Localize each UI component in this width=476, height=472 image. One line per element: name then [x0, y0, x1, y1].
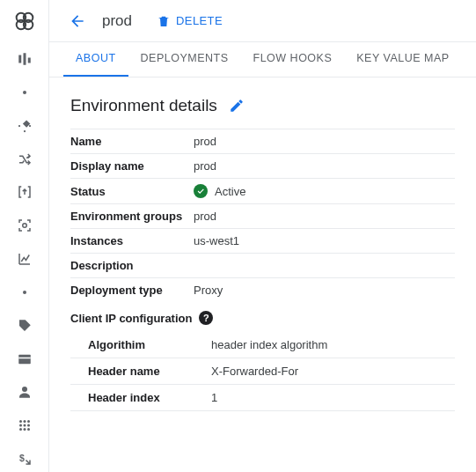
svg-point-21	[19, 428, 22, 431]
svg-rect-12	[18, 354, 31, 364]
row-status: Status Active	[70, 179, 455, 204]
row-header-name: Header name X-Forwarded-For	[70, 358, 455, 385]
nav-shuffle-icon[interactable]	[7, 146, 42, 173]
app-logo	[11, 9, 39, 33]
row-env-groups: Environment groups prod	[70, 204, 455, 229]
delete-button[interactable]: DELETE	[157, 14, 223, 28]
label-header: Header name	[70, 358, 211, 385]
content: Environment details Name prod Display na…	[49, 77, 476, 429]
value-algo: header index algorithm	[211, 332, 455, 358]
nav-brackets-icon[interactable]	[7, 179, 42, 205]
svg-point-15	[19, 420, 22, 423]
delete-label: DELETE	[176, 14, 223, 27]
label-algo: Algorithim	[70, 332, 211, 358]
value-display: prod	[194, 154, 455, 179]
tabs: ABOUT DEPLOYMENTS FLOW HOOKS KEY VALUE M…	[49, 42, 476, 77]
nav-dot-1[interactable]	[7, 79, 42, 106]
svg-point-16	[23, 420, 26, 423]
row-header-index: Header index 1	[70, 385, 455, 411]
label-description: Description	[70, 254, 194, 278]
nav-analytics-icon[interactable]	[7, 246, 42, 272]
svg-point-17	[27, 420, 30, 423]
clientip-heading: Client IP configuration ?	[70, 302, 455, 330]
clientip-title-text: Client IP configuration	[70, 312, 192, 325]
header: prod DELETE	[49, 0, 476, 42]
clientip-table: Algorithim header index algorithm Header…	[70, 332, 455, 411]
section-heading: Environment details	[70, 96, 217, 115]
tab-flow-hooks[interactable]: FLOW HOOKS	[241, 41, 345, 77]
nav-diamond-icon[interactable]	[7, 113, 42, 139]
svg-point-20	[27, 424, 30, 427]
value-deptype: Proxy	[194, 278, 455, 303]
edit-button[interactable]	[226, 95, 247, 116]
back-button[interactable]	[63, 7, 92, 35]
main-area: prod DELETE ABOUT DEPLOYMENTS FLOW HOOKS…	[49, 0, 476, 472]
tab-label: DEPLOYMENTS	[141, 52, 229, 64]
details-table: Name prod Display name prod Status Acti	[70, 129, 455, 302]
svg-point-11	[22, 224, 26, 228]
tab-label: FLOW HOOKS	[253, 52, 333, 64]
sidebar: $	[0, 0, 49, 472]
nav-grid-icon[interactable]	[7, 412, 42, 439]
row-name: Name prod	[70, 129, 455, 154]
value-description	[194, 254, 455, 278]
page-title: prod	[102, 12, 132, 30]
row-display-name: Display name prod	[70, 154, 455, 179]
nav-dashboard-icon[interactable]	[7, 46, 42, 72]
label-instances: Instances	[70, 229, 194, 254]
value-header: X-Forwarded-For	[211, 358, 455, 385]
label-status: Status	[70, 179, 194, 204]
svg-point-8	[18, 125, 19, 127]
svg-point-19	[23, 424, 26, 427]
row-deployment-type: Deployment type Proxy	[70, 278, 455, 303]
nav-tag-icon[interactable]	[7, 313, 42, 339]
check-icon	[194, 184, 208, 198]
value-instances: us-west1	[194, 229, 455, 254]
nav-target-icon[interactable]	[7, 212, 42, 239]
label-deptype: Deployment type	[70, 278, 194, 303]
svg-rect-6	[27, 58, 30, 63]
value-status: Active	[215, 185, 245, 198]
label-index: Header index	[70, 385, 211, 411]
label-envgroups: Environment groups	[70, 204, 194, 229]
nav-dot-2[interactable]	[7, 279, 42, 306]
nav-user-icon[interactable]	[7, 380, 42, 406]
label-name: Name	[70, 129, 194, 154]
svg-text:$: $	[19, 453, 25, 463]
value-envgroups: prod	[194, 204, 455, 229]
row-algorithm: Algorithim header index algorithm	[70, 332, 455, 358]
help-icon[interactable]: ?	[199, 311, 213, 325]
row-description: Description	[70, 254, 455, 278]
tab-key-value-map[interactable]: KEY VALUE MAP	[344, 41, 461, 77]
svg-point-9	[28, 125, 30, 127]
nav-card-icon[interactable]	[7, 346, 42, 372]
row-instances: Instances us-west1	[70, 229, 455, 254]
tab-about[interactable]: ABOUT	[63, 41, 128, 77]
trash-icon	[157, 14, 171, 28]
svg-rect-13	[18, 357, 31, 358]
svg-point-18	[19, 424, 22, 427]
svg-rect-5	[23, 53, 26, 65]
svg-point-22	[23, 428, 26, 431]
pencil-icon	[229, 98, 245, 114]
tab-label: ABOUT	[76, 52, 116, 64]
tab-label: KEY VALUE MAP	[356, 52, 449, 64]
svg-point-10	[23, 130, 25, 132]
label-display: Display name	[70, 154, 194, 179]
svg-point-23	[27, 428, 30, 431]
value-index: 1	[211, 385, 455, 411]
value-name: prod	[194, 129, 455, 154]
svg-rect-4	[18, 55, 21, 63]
svg-point-14	[22, 387, 27, 392]
tab-deployments[interactable]: DEPLOYMENTS	[128, 41, 241, 77]
nav-money-icon[interactable]: $	[7, 446, 42, 472]
